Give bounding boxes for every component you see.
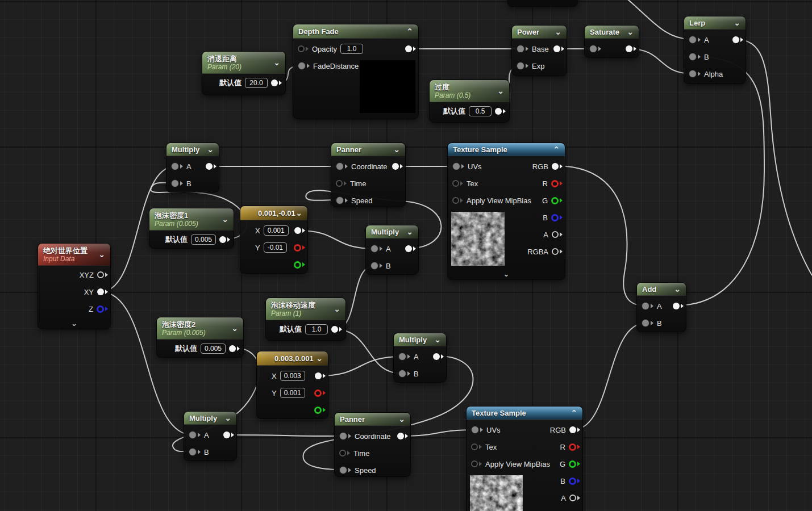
pin-b[interactable] — [689, 53, 697, 61]
value-field[interactable]: 0.001 — [264, 225, 289, 236]
pin-out[interactable] — [223, 432, 230, 438]
node-header[interactable]: Saturate⌄ — [585, 26, 639, 39]
pin-a[interactable] — [552, 231, 559, 238]
node-param-guodu[interactable]: 过度Param (0.5)⌄默认值0.5 — [429, 79, 510, 123]
chevron-down-icon[interactable]: ⌄ — [224, 414, 231, 422]
node-tex1[interactable]: Texture Sample⌃UVsTexApply View MipBiasR… — [447, 143, 565, 280]
value-field[interactable]: -0.01 — [264, 242, 287, 253]
node-header[interactable]: Texture Sample⌃ — [448, 143, 565, 156]
node-header[interactable]: Multiply⌄ — [166, 143, 219, 156]
node-header[interactable]: Add⌄ — [637, 283, 686, 296]
value-field[interactable]: 0.005 — [191, 234, 216, 245]
node-header[interactable]: Panner⌄ — [335, 413, 410, 426]
pin-rgb[interactable] — [552, 163, 559, 170]
pin-b[interactable] — [398, 370, 406, 378]
pin-r[interactable] — [551, 180, 559, 187]
chevron-down-icon[interactable]: ⌄ — [231, 324, 238, 332]
pin-rgba[interactable] — [552, 248, 559, 255]
node-header[interactable]: 过度Param (0.5)⌄ — [430, 80, 509, 102]
node-header[interactable]: 泡沫密度1Param (0.005)⌄ — [149, 208, 234, 231]
pin-out[interactable] — [315, 372, 322, 379]
chevron-down-icon[interactable]: ⌄ — [398, 415, 405, 423]
node-param-density1[interactable]: 泡沫密度1Param (0.005)⌄默认值0.005 — [149, 208, 234, 249]
pin-xy[interactable] — [97, 288, 104, 295]
pin-g[interactable] — [551, 197, 559, 204]
pin-b[interactable] — [551, 214, 559, 221]
chevron-down-icon[interactable]: ⌄ — [497, 87, 504, 95]
pin-b[interactable] — [569, 478, 576, 485]
node-mul-mid[interactable]: Multiply⌄AB — [365, 225, 419, 275]
node-header[interactable]: Panner⌄ — [331, 143, 405, 156]
value-field[interactable]: 0.001 — [280, 388, 305, 398]
node-header[interactable]: 消退距离Param (20)⌄ — [202, 52, 285, 74]
node-worldpos[interactable]: 绝对世界位置Input Data⌄XYZXYZ⌄ — [38, 243, 111, 329]
value-field[interactable]: 0.003 — [280, 371, 305, 381]
pin-out[interactable] — [626, 45, 632, 52]
node-power[interactable]: Power⌄BaseExp — [511, 25, 567, 76]
chevron-down-icon[interactable]: ⌄ — [38, 319, 110, 329]
node-header[interactable]: Lerp⌄ — [684, 16, 746, 30]
pin-time[interactable] — [336, 180, 343, 187]
node-lerp[interactable]: Lerp⌄ABAlpha — [684, 16, 746, 84]
node-header[interactable]: Power⌄ — [512, 26, 567, 39]
pin-out[interactable] — [397, 433, 404, 439]
node-saturate[interactable]: Saturate⌄ — [584, 25, 639, 58]
chevron-down-icon[interactable]: ⌄ — [98, 250, 105, 258]
node-header[interactable]: Multiply⌄ — [184, 412, 236, 425]
pin-out[interactable] — [392, 163, 399, 170]
value-field[interactable]: 1.0 — [305, 324, 328, 334]
pin-out[interactable] — [405, 245, 412, 252]
pin-speed[interactable] — [339, 466, 347, 474]
chevron-down-icon[interactable]: ⌄ — [674, 285, 681, 293]
node-header[interactable]: Multiply⌄ — [394, 333, 446, 346]
pin-a[interactable] — [642, 302, 649, 310]
chevron-down-icon[interactable]: ⌄ — [295, 209, 302, 217]
value-field[interactable]: 0.005 — [201, 344, 226, 354]
pin-b[interactable] — [370, 262, 378, 270]
pin-out[interactable] — [553, 45, 560, 52]
node-mul-bottom[interactable]: Multiply⌄AB — [184, 411, 237, 461]
pin-z[interactable] — [97, 305, 104, 313]
pin-a[interactable] — [689, 36, 697, 44]
node-const1[interactable]: 0.001,-0.01⌄X0.001Y-0.01 — [240, 206, 308, 274]
chevron-down-icon[interactable]: ⌄ — [406, 228, 413, 236]
node-depth-fade[interactable]: Depth Fade⌃Opacity1.0FadeDistance — [293, 24, 419, 119]
pin-a[interactable] — [370, 245, 378, 253]
pin-r[interactable] — [314, 389, 322, 397]
node-panner1[interactable]: Panner⌄CoordinateTimeSpeed — [331, 143, 406, 207]
pin-out[interactable] — [495, 108, 502, 115]
chevron-down-icon[interactable]: ⌄ — [448, 269, 565, 279]
pin-a[interactable] — [569, 495, 576, 501]
pin-out[interactable] — [405, 45, 412, 52]
chevron-down-icon[interactable]: ⌄ — [334, 305, 340, 313]
pin-out[interactable] — [673, 303, 680, 309]
node-param-speed[interactable]: 泡沫移动速度Param (1)⌄默认值1.0 — [265, 298, 346, 341]
pin-out[interactable] — [732, 36, 739, 43]
node-header[interactable]: 0.001,-0.01⌄ — [240, 206, 307, 220]
value-field[interactable]: 0.5 — [469, 106, 492, 116]
chevron-down-icon[interactable]: ⌄ — [627, 28, 634, 36]
pin-out[interactable] — [229, 345, 236, 352]
pin-xyz[interactable] — [97, 271, 104, 278]
chevron-down-icon[interactable]: ⌄ — [734, 19, 740, 27]
pin-fadedistance[interactable] — [298, 62, 306, 70]
node-header[interactable]: 泡沫移动速度Param (1)⌄ — [266, 298, 345, 320]
pin-rgb[interactable] — [569, 426, 576, 433]
pin-r[interactable] — [294, 244, 301, 252]
pin-uvs[interactable] — [452, 162, 460, 170]
node-mul-top[interactable]: Multiply⌄AB — [166, 143, 219, 192]
pin-coordinate[interactable] — [339, 432, 347, 440]
pin-out[interactable] — [271, 79, 278, 86]
pin-b[interactable] — [189, 448, 197, 456]
pin-base[interactable] — [517, 45, 524, 53]
pin-coordinate[interactable] — [336, 162, 344, 170]
pin-in[interactable] — [589, 45, 597, 53]
pin-a[interactable] — [171, 162, 179, 170]
node-param-density2[interactable]: 泡沫密度2Param (0.005)⌄默认值0.005 — [156, 317, 244, 358]
pin-mipbias[interactable] — [452, 197, 459, 204]
pin-b[interactable] — [171, 179, 179, 187]
chevron-down-icon[interactable]: ⌄ — [222, 215, 228, 223]
pin-exp[interactable] — [517, 62, 524, 70]
pin-g[interactable] — [314, 407, 322, 414]
pin-out[interactable] — [206, 163, 213, 170]
